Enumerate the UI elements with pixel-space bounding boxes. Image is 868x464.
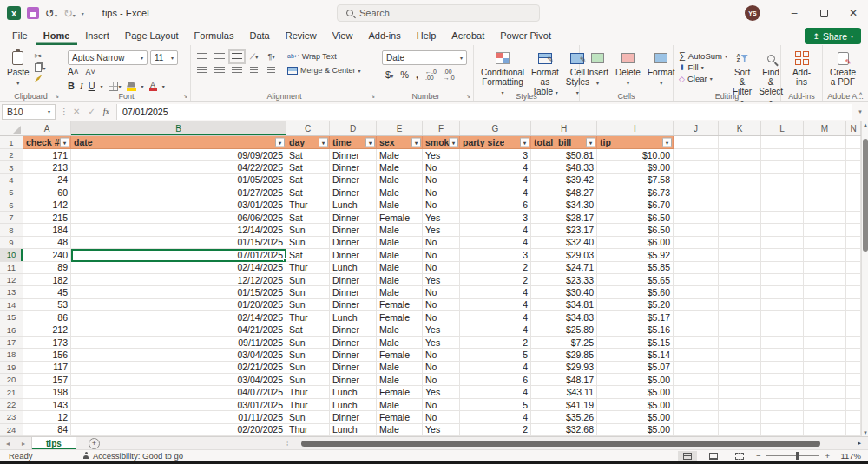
cell-J18[interactable] bbox=[674, 349, 719, 361]
cell-C14[interactable]: Sun bbox=[286, 299, 330, 311]
cell-B6[interactable]: 03/01/2025 bbox=[71, 199, 286, 212]
confirm-entry-icon[interactable]: ✓ bbox=[88, 107, 95, 116]
cell-I5[interactable]: $6.73 bbox=[597, 186, 674, 199]
cell-I17[interactable]: $5.15 bbox=[597, 337, 674, 349]
cell-J3[interactable] bbox=[674, 161, 719, 173]
cell-M20[interactable] bbox=[804, 374, 846, 386]
cell-D17[interactable]: Dinner bbox=[330, 337, 377, 349]
cell-F23[interactable]: No bbox=[423, 411, 460, 423]
merge-center-button[interactable]: Merge & Center▾ bbox=[287, 66, 361, 75]
cell-I10[interactable]: $5.92 bbox=[597, 249, 674, 261]
accessibility-status[interactable]: Accessibility: Good to go bbox=[82, 451, 183, 461]
cell-B24[interactable]: 02/20/2025 bbox=[71, 424, 286, 436]
format-painter-button[interactable] bbox=[35, 75, 46, 82]
cell-E3[interactable]: Male bbox=[377, 161, 423, 173]
cell-K1[interactable] bbox=[719, 136, 761, 149]
clear-button[interactable]: ◇Clear▾ bbox=[679, 74, 727, 83]
redo-icon[interactable]: ↻▾ bbox=[63, 7, 76, 20]
cell-D3[interactable]: Dinner bbox=[330, 161, 377, 173]
cell-N14[interactable] bbox=[846, 299, 861, 311]
cell-M15[interactable] bbox=[804, 311, 846, 323]
column-header-B[interactable]: B bbox=[71, 121, 286, 135]
cell-D13[interactable]: Dinner bbox=[330, 286, 377, 298]
percent-style-button[interactable]: % bbox=[400, 69, 409, 80]
cell-M18[interactable] bbox=[804, 349, 846, 361]
cell-D2[interactable]: Dinner bbox=[330, 149, 377, 161]
cell-D12[interactable]: Dinner bbox=[330, 274, 377, 286]
filter-button-sex[interactable]: ▾ bbox=[411, 138, 421, 147]
maximize-button[interactable] bbox=[809, 0, 838, 26]
cell-I2[interactable]: $10.00 bbox=[597, 149, 674, 161]
cell-C5[interactable]: Sat bbox=[286, 186, 330, 199]
cell-K8[interactable] bbox=[719, 224, 761, 236]
cell-L17[interactable] bbox=[761, 337, 804, 349]
cell-M24[interactable] bbox=[804, 424, 846, 436]
cell-K24[interactable] bbox=[719, 424, 761, 436]
cell-A17[interactable]: 173 bbox=[23, 337, 71, 349]
cell-E20[interactable]: Male bbox=[377, 374, 423, 386]
row-header-10[interactable]: 10 bbox=[0, 249, 23, 261]
cell-B20[interactable]: 03/04/2025 bbox=[71, 374, 286, 386]
orientation-button[interactable]: ⟋▾ bbox=[250, 52, 258, 62]
row-header-6[interactable]: 6 bbox=[0, 199, 23, 212]
delete-cells-button[interactable]: Delete▾ bbox=[612, 49, 644, 90]
cell-L14[interactable] bbox=[761, 299, 804, 311]
cell-A4[interactable]: 24 bbox=[23, 174, 71, 186]
cell-L12[interactable] bbox=[761, 274, 804, 286]
cell-C16[interactable]: Sat bbox=[286, 323, 330, 336]
cell-J1[interactable] bbox=[674, 136, 719, 149]
cell-N1[interactable] bbox=[846, 136, 861, 149]
cell-I21[interactable]: $5.00 bbox=[597, 386, 674, 398]
cell-F19[interactable]: No bbox=[423, 362, 460, 374]
copy-button[interactable]: ▾ bbox=[35, 63, 46, 72]
cell-F3[interactable]: No bbox=[423, 161, 460, 173]
wrap-text-button[interactable]: ab↩Wrap Text bbox=[287, 52, 361, 61]
cell-N24[interactable] bbox=[846, 424, 861, 436]
number-format-select[interactable]: Date▾ bbox=[382, 50, 467, 65]
filter-button-time[interactable]: ▾ bbox=[365, 138, 375, 147]
customize-qat-icon[interactable]: ▾ bbox=[82, 10, 84, 16]
save-icon[interactable] bbox=[27, 7, 39, 19]
cell-C1[interactable]: day▾ bbox=[286, 136, 330, 149]
cell-G9[interactable]: 4 bbox=[460, 237, 531, 249]
row-header-16[interactable]: 16 bbox=[0, 323, 23, 336]
cell-L1[interactable] bbox=[761, 136, 804, 149]
cell-M4[interactable] bbox=[804, 174, 846, 186]
row-header-19[interactable]: 19 bbox=[0, 362, 23, 374]
cell-B5[interactable]: 01/27/2025 bbox=[71, 186, 286, 199]
cell-N22[interactable] bbox=[846, 399, 861, 411]
cell-H4[interactable]: $39.42 bbox=[531, 174, 597, 186]
cell-E13[interactable]: Male bbox=[377, 286, 423, 298]
cell-C4[interactable]: Sat bbox=[286, 174, 330, 186]
cell-A22[interactable]: 143 bbox=[23, 399, 71, 411]
column-header-A[interactable]: A bbox=[23, 121, 71, 135]
cell-A8[interactable]: 184 bbox=[23, 224, 71, 236]
fill-button[interactable]: ⬇Fill▾ bbox=[679, 62, 727, 72]
cell-F15[interactable]: No bbox=[423, 311, 460, 323]
cell-N3[interactable] bbox=[846, 161, 861, 173]
cell-L19[interactable] bbox=[761, 362, 804, 374]
cell-J15[interactable] bbox=[674, 311, 719, 323]
cell-D1[interactable]: time▾ bbox=[330, 136, 377, 149]
cell-M13[interactable] bbox=[804, 286, 846, 298]
cell-L9[interactable] bbox=[761, 237, 804, 249]
cell-I6[interactable]: $6.70 bbox=[597, 199, 674, 212]
ribbon-tab-help[interactable]: Help bbox=[409, 26, 444, 45]
cell-I4[interactable]: $7.58 bbox=[597, 174, 674, 186]
cell-G23[interactable]: 4 bbox=[460, 411, 531, 423]
cell-N20[interactable] bbox=[846, 374, 861, 386]
cell-K23[interactable] bbox=[719, 411, 761, 423]
cell-M21[interactable] bbox=[804, 386, 846, 398]
share-button[interactable]: ↥ Share ▾ bbox=[805, 28, 861, 44]
comma-style-button[interactable]: , bbox=[416, 69, 418, 80]
cell-B12[interactable]: 12/12/2025 bbox=[71, 274, 286, 286]
row-header-11[interactable]: 11 bbox=[0, 262, 23, 274]
decrease-font-button[interactable]: A˅ bbox=[86, 68, 95, 76]
cell-G16[interactable]: 4 bbox=[460, 323, 531, 336]
cell-D19[interactable]: Dinner bbox=[330, 362, 377, 374]
cell-K6[interactable] bbox=[719, 199, 761, 212]
cell-F4[interactable]: No bbox=[423, 174, 460, 186]
cell-G5[interactable]: 4 bbox=[460, 186, 531, 199]
name-box[interactable]: B10▾ bbox=[2, 104, 56, 120]
cell-D4[interactable]: Dinner bbox=[330, 174, 377, 186]
